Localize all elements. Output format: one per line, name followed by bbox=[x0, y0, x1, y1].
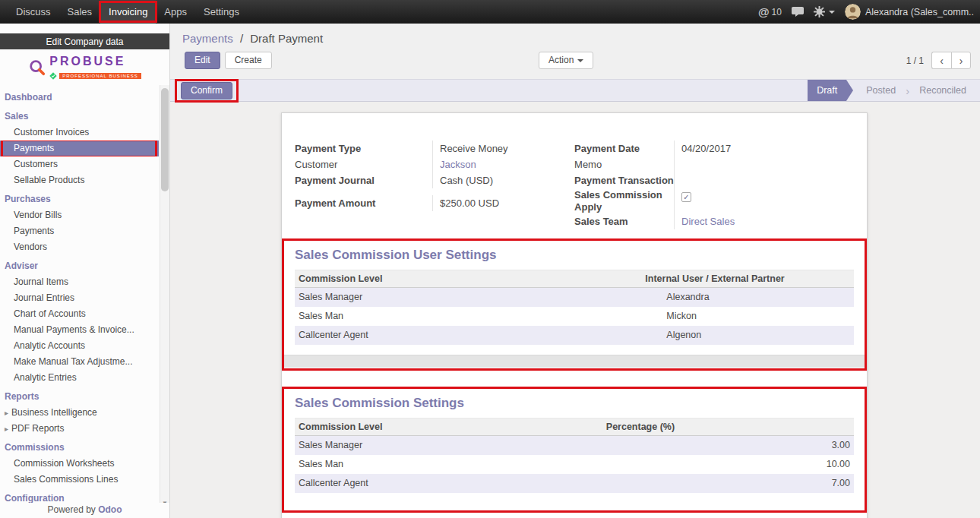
user-menu[interactable]: Alexandra (Sales_comm.. bbox=[845, 4, 974, 20]
sidebar-item-manual-payments[interactable]: Manual Payments & Invoice... bbox=[0, 322, 159, 338]
sidebar-item-vendor-payments[interactable]: Payments bbox=[0, 223, 159, 239]
sidebar-item-dashboard[interactable]: Dashboard bbox=[0, 90, 159, 106]
pager-next-button[interactable]: › bbox=[951, 52, 971, 69]
field-sales-commission-apply: Sales Commission Apply ✓ bbox=[574, 188, 854, 213]
field-payment-amount: Payment Amount $250.00 USD bbox=[295, 195, 561, 211]
column-header-commission-level[interactable]: Commission Level bbox=[295, 419, 602, 435]
edit-company-data-button[interactable]: Edit Company data bbox=[0, 33, 169, 49]
field-memo: Memo bbox=[574, 156, 854, 172]
sidebar-item-pdf-reports[interactable]: ▸PDF Reports bbox=[0, 421, 159, 437]
field-payment-transaction: Payment Transaction bbox=[574, 172, 854, 188]
sales-team-link[interactable]: Direct Sales bbox=[681, 216, 735, 227]
caret-down-icon bbox=[829, 11, 835, 14]
nav-item-discuss[interactable]: Discuss bbox=[8, 0, 59, 24]
field-payment-type: Payment Type Receive Money bbox=[295, 141, 561, 156]
sidebar-item-vendors[interactable]: Vendors bbox=[0, 239, 159, 255]
odoo-app-window: Discuss Sales Invoicing Apps Settings @ … bbox=[0, 0, 980, 518]
mention-icon: @ bbox=[758, 5, 770, 18]
sidebar-item-sellable-products[interactable]: Sellable Products bbox=[0, 172, 159, 188]
column-header-internal-user[interactable]: Internal User / External Partner bbox=[641, 270, 854, 287]
sidebar-item-analytic-accounts[interactable]: Analytic Accounts bbox=[0, 338, 159, 354]
confirm-button[interactable]: Confirm bbox=[181, 82, 232, 99]
debug-gear-icon[interactable] bbox=[814, 6, 835, 17]
field-value-payment-date: 04/20/2017 bbox=[674, 141, 854, 156]
logo-subtitle: PROFESSIONAL BUSINESS bbox=[59, 73, 141, 79]
table-row-sales-manager[interactable]: Sales Manager 3.00 bbox=[295, 436, 854, 455]
column-header-percentage[interactable]: Percentage (%) bbox=[602, 419, 854, 435]
sidebar-menu: Dashboard Sales Customer Invoices Paymen… bbox=[0, 90, 159, 507]
form-statusbar: Confirm Draft Posted › Reconciled bbox=[170, 79, 980, 102]
form-sheet: Payment Type Receive Money Customer Jack… bbox=[281, 112, 868, 518]
company-logo: PROBUSE PROFESSIONAL BUSINESS bbox=[0, 49, 169, 85]
sidebar-header-reports[interactable]: Reports bbox=[0, 389, 159, 405]
nav-item-invoicing[interactable]: Invoicing bbox=[100, 0, 156, 24]
form-view: Payment Type Receive Money Customer Jack… bbox=[170, 102, 980, 518]
pager: ‹ › bbox=[931, 52, 971, 69]
field-payment-date: Payment Date 04/20/2017 bbox=[574, 141, 854, 156]
section-commission-user-settings: Sales Commission User Settings Commissio… bbox=[282, 238, 867, 371]
table-row-callcenter-agent[interactable]: Callcenter Agent Algenon bbox=[295, 326, 854, 345]
status-reconciled[interactable]: Reconciled bbox=[910, 80, 975, 101]
pager-previous-button[interactable]: ‹ bbox=[931, 52, 951, 69]
edit-button[interactable]: Edit bbox=[185, 52, 220, 69]
sidebar-item-journal-entries[interactable]: Journal Entries bbox=[0, 290, 159, 306]
commission-user-table: Commission Level Internal User / Externa… bbox=[295, 270, 854, 345]
sidebar-item-payments[interactable]: Payments bbox=[0, 141, 159, 156]
sidebar-item-chart-of-accounts[interactable]: Chart of Accounts bbox=[0, 306, 159, 322]
logo-title: PROBUSE bbox=[49, 55, 141, 68]
breadcrumb-separator: / bbox=[240, 32, 243, 45]
status-posted[interactable]: Posted bbox=[857, 80, 905, 101]
column-header-commission-level[interactable]: Commission Level bbox=[295, 270, 641, 287]
sidebar-header-commissions[interactable]: Commissions bbox=[0, 440, 159, 456]
table-row-sales-man[interactable]: Sales Man Mickon bbox=[295, 307, 854, 326]
sidebar-scrollbar[interactable]: ▼ bbox=[160, 85, 169, 510]
nav-item-settings[interactable]: Settings bbox=[195, 0, 248, 24]
table-header-row: Commission Level Internal User / Externa… bbox=[295, 270, 854, 288]
field-label-sales-team: Sales Team bbox=[574, 213, 674, 229]
sidebar-item-manual-tax-adjustment[interactable]: Make Manual Tax Adjustme... bbox=[0, 354, 159, 370]
scrollbar-thumb[interactable] bbox=[161, 88, 169, 191]
sidebar-item-business-intelligence[interactable]: ▸Business Intelligence bbox=[0, 405, 159, 421]
action-dropdown[interactable]: Action bbox=[539, 52, 593, 69]
section-title-commission-settings: Sales Commission Settings bbox=[295, 396, 854, 411]
table-row-callcenter-agent[interactable]: Callcenter Agent 7.00 bbox=[295, 474, 854, 493]
customer-link[interactable]: Jackson bbox=[440, 159, 476, 170]
expand-caret-icon: ▸ bbox=[5, 425, 8, 433]
sidebar-item-sales-commissions-lines[interactable]: Sales Commissions Lines bbox=[0, 472, 159, 488]
mention-counter-button[interactable]: @ 10 bbox=[758, 5, 782, 18]
field-label-payment-transaction: Payment Transaction bbox=[574, 172, 674, 188]
logo-magnifier-icon bbox=[28, 58, 46, 80]
table-header-row: Commission Level Percentage (%) bbox=[295, 418, 854, 436]
menu-group-dashboard: Dashboard bbox=[0, 90, 159, 106]
sidebar-header-adviser[interactable]: Adviser bbox=[0, 258, 159, 274]
status-draft[interactable]: Draft bbox=[808, 80, 846, 101]
chat-icon[interactable] bbox=[792, 7, 804, 17]
powered-by-text: Powered by bbox=[47, 504, 95, 515]
breadcrumb-payments-link[interactable]: Payments bbox=[182, 32, 233, 45]
sidebar-item-analytic-entries[interactable]: Analytic Entries bbox=[0, 370, 159, 386]
sidebar-item-customers[interactable]: Customers bbox=[0, 156, 159, 172]
sidebar-item-customer-invoices[interactable]: Customer Invoices bbox=[0, 125, 159, 141]
nav-item-apps[interactable]: Apps bbox=[156, 0, 195, 24]
sidebar-item-commission-worksheets[interactable]: Commission Worksheets bbox=[0, 456, 159, 472]
field-sales-team: Sales Team Direct Sales bbox=[574, 213, 854, 229]
sidebar-item-journal-items[interactable]: Journal Items bbox=[0, 274, 159, 290]
odoo-brand-link[interactable]: Odoo bbox=[98, 504, 122, 515]
field-value-payment-amount: $250.00 USD bbox=[432, 195, 561, 211]
table-row-sales-man[interactable]: Sales Man 10.00 bbox=[295, 455, 854, 474]
menu-group-purchases: Purchases Vendor Bills Payments Vendors bbox=[0, 191, 159, 255]
sales-commission-apply-checkbox[interactable]: ✓ bbox=[681, 192, 691, 202]
sidebar-item-vendor-bills[interactable]: Vendor Bills bbox=[0, 207, 159, 223]
main-menu: Discuss Sales Invoicing Apps Settings bbox=[0, 0, 248, 24]
sidebar-header-purchases[interactable]: Purchases bbox=[0, 191, 159, 207]
table-row-sales-manager[interactable]: Sales Manager Alexandra bbox=[295, 288, 854, 307]
pager-value[interactable]: 1 / 1 bbox=[906, 55, 924, 66]
section-commission-settings: Sales Commission Settings Commission Lev… bbox=[282, 387, 867, 513]
breadcrumb: Payments / Draft Payment bbox=[170, 24, 980, 45]
status-pipeline: Draft Posted › Reconciled bbox=[808, 80, 980, 101]
sidebar-header-sales[interactable]: Sales bbox=[0, 109, 159, 125]
field-label-customer: Customer bbox=[295, 156, 432, 172]
field-label-sales-commission-apply: Sales Commission Apply bbox=[574, 188, 674, 213]
status-chevron-icon: › bbox=[906, 84, 909, 97]
nav-item-sales[interactable]: Sales bbox=[59, 0, 101, 24]
